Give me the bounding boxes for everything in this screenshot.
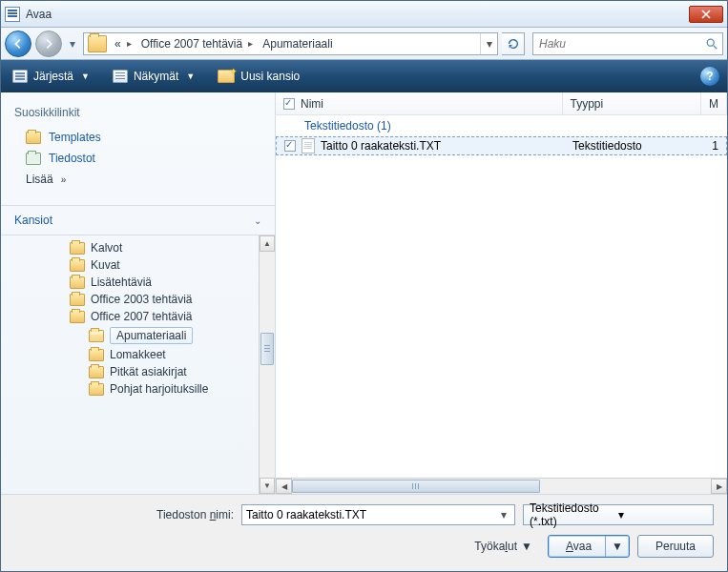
command-bar: Järjestä ▼ Näkymät ▼ Uusi kansio ? (1, 60, 727, 92)
titlebar: Avaa (1, 1, 727, 28)
scroll-up-button[interactable]: ▲ (260, 235, 275, 252)
tree-item-selected[interactable]: Apumateriaali (3, 325, 273, 346)
chevron-down-icon: ▼ (81, 72, 90, 81)
chevron-right-icon: ▸ (127, 38, 132, 49)
breadcrumb-level1[interactable]: Office 2007 tehtäviä▸ (137, 33, 260, 54)
app-icon (5, 7, 20, 22)
scrollbar-track[interactable] (292, 479, 711, 494)
column-type[interactable]: Tyyppi (563, 92, 702, 114)
folder-icon (70, 311, 85, 323)
scrollbar-thumb[interactable] (260, 333, 274, 365)
folder-icon (70, 276, 85, 289)
search-input[interactable] (533, 37, 701, 51)
tree-item[interactable]: Pohjat harjoituksille (3, 380, 273, 398)
folder-icon (88, 35, 107, 52)
file-list: Tekstitiedosto (1) Taitto 0 raakateksti.… (276, 115, 727, 478)
tree-item[interactable]: Kuvat (3, 256, 273, 274)
tree-item[interactable]: Office 2007 tehtäviä (3, 308, 273, 325)
scroll-down-button[interactable]: ▼ (260, 478, 275, 494)
chevron-double-right-icon: » (61, 174, 65, 185)
folder-icon (26, 132, 41, 144)
breadcrumb-level2[interactable]: Apumateriaali (259, 33, 338, 54)
filename-label: Tiedoston nimi: (14, 508, 234, 521)
filetype-dropdown[interactable]: Tekstitiedosto (*.txt) ▾ (523, 504, 714, 525)
filename-input[interactable] (246, 508, 497, 521)
file-name: Taitto 0 raakateksti.TXT (321, 139, 441, 153)
navigation-pane: Suosikkilinkit Templates Tiedostot Lisää… (1, 92, 276, 494)
chevron-right-icon: ▸ (248, 38, 253, 49)
forward-button[interactable] (35, 31, 62, 57)
column-headers: Nimi Tyyppi M (276, 92, 727, 115)
chevron-down-icon: ⌄ (254, 215, 261, 226)
address-bar[interactable]: «▸ Office 2007 tehtäviä▸ Apumateriaali ▾ (83, 32, 498, 55)
documents-icon (26, 153, 41, 165)
folder-icon (70, 294, 85, 306)
tree-item[interactable]: Kalvot (3, 239, 273, 256)
folders-heading[interactable]: Kansiot ⌄ (1, 205, 275, 235)
tree-item[interactable]: Office 2003 tehtäviä (3, 291, 273, 308)
favorites-heading: Suosikkilinkit (1, 92, 275, 127)
tree-item[interactable]: Pitkät asiakirjat (3, 363, 273, 380)
scrollbar-track[interactable] (260, 252, 275, 478)
scroll-left-button[interactable]: ◀ (276, 479, 292, 494)
organize-menu[interactable]: Järjestä ▼ (9, 68, 94, 85)
column-more[interactable]: M (701, 92, 727, 114)
new-folder-button[interactable]: Uusi kansio (214, 68, 303, 85)
views-icon (113, 70, 128, 83)
tools-menu[interactable]: Työkalut ▼ (474, 540, 532, 553)
favorite-documents[interactable]: Tiedostot (9, 148, 267, 169)
breadcrumb-root[interactable]: «▸ (111, 33, 137, 54)
text-file-icon (302, 138, 315, 153)
horizontal-scrollbar[interactable]: ◀ ▶ (276, 478, 727, 494)
folder-icon (70, 259, 85, 272)
folder-icon (70, 242, 85, 255)
folder-tree: Kalvot Kuvat Lisätehtäviä Office 2003 te… (1, 235, 275, 494)
organize-icon (12, 70, 28, 83)
help-button[interactable]: ? (700, 67, 719, 86)
open-button[interactable]: Avaa ▼ (548, 535, 630, 558)
row-checkbox[interactable] (284, 140, 296, 152)
scrollbar-thumb[interactable] (292, 480, 540, 493)
favorites-more[interactable]: Lisää » (9, 169, 267, 190)
svg-point-0 (707, 39, 714, 46)
tree-scrollbar[interactable]: ▲ ▼ (259, 235, 275, 494)
window-title: Avaa (26, 8, 689, 21)
favorite-templates[interactable]: Templates (9, 127, 267, 148)
open-dialog: Avaa ▾ «▸ Office 2007 tehtäviä▸ Apumater… (0, 0, 728, 572)
scroll-right-button[interactable]: ▶ (711, 479, 727, 494)
chevron-down-icon: ▼ (521, 540, 532, 553)
tree-item[interactable]: Lomakkeet (3, 346, 273, 363)
search-box[interactable] (532, 32, 723, 55)
filename-dropdown[interactable]: ▾ (497, 508, 510, 521)
search-icon (701, 37, 722, 51)
file-row-selected[interactable]: Taitto 0 raakateksti.TXT Tekstitiedosto … (276, 136, 727, 155)
folder-open-icon (89, 330, 104, 342)
chevron-down-icon: ▾ (618, 508, 707, 521)
open-split-dropdown[interactable]: ▼ (605, 536, 629, 557)
file-list-pane: Nimi Tyyppi M Tekstitiedosto (1) Taitto … (276, 92, 727, 494)
address-dropdown[interactable]: ▾ (480, 33, 497, 54)
tree-item[interactable]: Lisätehtäviä (3, 274, 273, 291)
filename-combobox[interactable]: ▾ (241, 504, 515, 525)
dialog-footer: Tiedoston nimi: ▾ Tekstitiedosto (*.txt)… (1, 494, 727, 571)
file-type: Tekstitiedosto (572, 139, 642, 153)
close-button[interactable] (689, 6, 723, 23)
nav-bar: ▾ «▸ Office 2007 tehtäviä▸ Apumateriaali… (1, 28, 727, 60)
views-menu[interactable]: Näkymät ▼ (109, 68, 198, 85)
refresh-button[interactable] (502, 32, 525, 55)
file-group-header[interactable]: Tekstitiedosto (1) (276, 115, 727, 136)
select-all-checkbox[interactable] (283, 98, 295, 110)
column-name[interactable]: Nimi (276, 92, 563, 114)
folder-icon (89, 349, 104, 361)
folder-icon (89, 366, 104, 378)
cancel-button[interactable]: Peruuta (637, 535, 714, 558)
chevron-down-icon: ▼ (186, 72, 195, 81)
new-folder-icon (218, 70, 235, 83)
folder-icon (89, 383, 104, 396)
back-button[interactable] (5, 31, 31, 57)
nav-history-dropdown[interactable]: ▾ (66, 31, 79, 57)
